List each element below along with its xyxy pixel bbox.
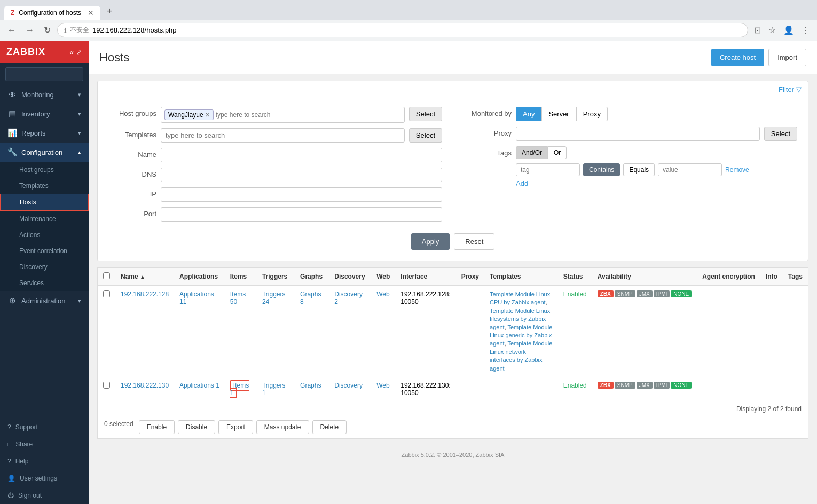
tag-contains-button[interactable]: Contains — [583, 163, 620, 176]
collapse-icon[interactable]: « — [69, 48, 74, 57]
tag-name-input[interactable] — [516, 163, 580, 176]
row2-triggers-cell: Triggers 1 — [257, 377, 295, 401]
delete-button[interactable]: Delete — [312, 420, 347, 434]
sidebar-subitem-discovery[interactable]: Discovery — [0, 259, 89, 275]
apply-button[interactable]: Apply — [411, 233, 450, 250]
sidebar-subitem-event-correlation[interactable]: Event correlation — [0, 243, 89, 259]
row1-graphs-link[interactable]: Graphs 8 — [300, 290, 321, 305]
export-button[interactable]: Export — [218, 420, 253, 434]
configuration-submenu: Host groups Templates Hosts Maintenance … — [0, 162, 89, 291]
disable-button[interactable]: Disable — [178, 420, 215, 434]
row2-info-cell — [760, 377, 783, 401]
row2-web-link[interactable]: Web — [376, 382, 389, 389]
row1-web-link[interactable]: Web — [376, 290, 389, 298]
create-host-button[interactable]: Create host — [711, 49, 764, 66]
footer-actions: 0 selected Enable Disable Export Mass up… — [104, 420, 347, 434]
sidebar-logo: ZABBIX « ⤢ — [0, 41, 89, 63]
th-name[interactable]: Name ▲ — [115, 268, 174, 286]
sidebar-item-inventory[interactable]: ▤ Inventory ▾ — [0, 104, 89, 123]
row2-items-link[interactable]: Items 1 — [230, 380, 249, 398]
cast-button[interactable]: ⊡ — [751, 24, 764, 36]
tab-close-btn[interactable]: ✕ — [88, 9, 94, 17]
row2-graphs-link[interactable]: Graphs — [300, 382, 321, 389]
enable-button[interactable]: Enable — [139, 420, 175, 434]
address-bar[interactable]: ℹ 不安全 192.168.222.128/hosts.php — [57, 23, 748, 37]
tag-add-link[interactable]: Add — [516, 179, 528, 187]
tag-equals-button[interactable]: Equals — [623, 163, 655, 176]
host-groups-input-container[interactable]: WangJiayue × — [161, 107, 405, 123]
sidebar-bottom-help[interactable]: ? Help — [0, 453, 89, 470]
sidebar-item-administration[interactable]: ⊕ Administration ▾ — [0, 291, 89, 310]
monitored-by-label: Monitored by — [464, 107, 512, 117]
tag-value-input[interactable] — [658, 163, 722, 176]
row2-discovery-link[interactable]: Discovery — [334, 382, 363, 389]
host-groups-select-button[interactable]: Select — [409, 107, 442, 121]
row1-checkbox[interactable] — [103, 290, 110, 297]
mass-update-button[interactable]: Mass update — [256, 420, 309, 434]
row2-triggers-link[interactable]: Triggers 1 — [262, 382, 286, 397]
host-groups-search-input[interactable] — [216, 111, 296, 119]
tag-or-button[interactable]: Or — [548, 146, 567, 159]
forward-button[interactable]: → — [22, 25, 37, 36]
dns-input[interactable] — [161, 168, 442, 182]
row1-name-link[interactable]: 192.168.222.128 — [121, 290, 169, 298]
monitored-proxy-button[interactable]: Proxy — [576, 107, 608, 121]
bookmark-button[interactable]: ☆ — [766, 24, 779, 36]
sidebar-item-monitoring[interactable]: 👁 Monitoring ▾ — [0, 85, 89, 104]
import-button[interactable]: Import — [768, 49, 806, 66]
row2-name-link[interactable]: 192.168.222.130 — [121, 382, 169, 389]
name-sort-icon: ▲ — [140, 274, 145, 280]
host-groups-label: Host groups — [108, 107, 156, 117]
row1-triggers-link[interactable]: Triggers 24 — [262, 290, 286, 305]
row2-encryption-cell — [697, 377, 760, 401]
templates-select-button[interactable]: Select — [409, 128, 442, 143]
sidebar-item-configuration[interactable]: 🔧 Configuration ▴ — [0, 143, 89, 162]
row2-applications-link[interactable]: Applications 1 — [179, 382, 219, 389]
sidebar-item-label: Reports — [21, 129, 46, 137]
configuration-icon: 🔧 — [7, 147, 17, 157]
port-input[interactable] — [161, 207, 442, 222]
table-footer: 0 selected Enable Disable Export Mass up… — [97, 416, 808, 439]
ip-input[interactable] — [161, 187, 442, 202]
sidebar-subitem-hosts[interactable]: Hosts — [0, 194, 89, 211]
proxy-select-button[interactable]: Select — [764, 127, 797, 141]
row2-discovery-cell: Discovery — [329, 377, 371, 401]
name-input[interactable] — [161, 148, 442, 162]
active-tab[interactable]: Z Configuration of hosts ✕ — [4, 6, 100, 20]
sidebar-item-reports[interactable]: 📊 Reports ▾ — [0, 123, 89, 143]
templates-input[interactable] — [161, 128, 405, 143]
sidebar-subitem-templates[interactable]: Templates — [0, 178, 89, 194]
row1-discovery-link[interactable]: Discovery 2 — [334, 290, 363, 305]
select-all-checkbox[interactable] — [103, 272, 110, 279]
back-button[interactable]: ← — [4, 25, 19, 36]
sidebar-bottom-user-settings[interactable]: 👤 User settings — [0, 470, 89, 487]
reset-button[interactable]: Reset — [454, 233, 494, 250]
search-input[interactable] — [5, 67, 83, 81]
filter-toggle[interactable]: Filter ▽ — [779, 85, 802, 93]
row1-applications-link[interactable]: Applications 11 — [179, 290, 214, 305]
expand-icon[interactable]: ⤢ — [76, 48, 82, 57]
reports-arrow: ▾ — [78, 130, 81, 137]
sidebar-bottom-sign-out[interactable]: ⏻ Sign out — [0, 487, 89, 504]
proxy-input[interactable] — [516, 127, 760, 141]
refresh-button[interactable]: ↻ — [41, 24, 54, 36]
tag-and-or-button[interactable]: And/Or — [516, 146, 548, 159]
sidebar-bottom-share[interactable]: □ Share — [0, 436, 89, 453]
user-settings-icon: 👤 — [7, 475, 15, 482]
row2-checkbox[interactable] — [103, 382, 110, 389]
row1-items-link[interactable]: Items 50 — [230, 290, 246, 305]
tag-remove-link[interactable]: Remove — [725, 166, 749, 174]
monitored-any-button[interactable]: Any — [516, 107, 541, 121]
row1-template1-link[interactable]: Template Module Linux CPU by Zabbix agen… — [490, 291, 550, 305]
sidebar-subitem-host-groups[interactable]: Host groups — [0, 162, 89, 178]
monitored-server-button[interactable]: Server — [541, 107, 576, 121]
sidebar-subitem-actions[interactable]: Actions — [0, 227, 89, 243]
sidebar-subitem-maintenance[interactable]: Maintenance — [0, 211, 89, 227]
menu-button[interactable]: ⋮ — [799, 24, 813, 36]
sidebar-subitem-services[interactable]: Services — [0, 275, 89, 291]
tag-remove-btn[interactable]: × — [206, 111, 210, 119]
profile-button[interactable]: 👤 — [781, 24, 797, 36]
new-tab-button[interactable]: + — [101, 3, 118, 20]
sidebar-bottom-support[interactable]: ? Support — [0, 419, 89, 436]
tags-label: Tags — [464, 146, 512, 157]
